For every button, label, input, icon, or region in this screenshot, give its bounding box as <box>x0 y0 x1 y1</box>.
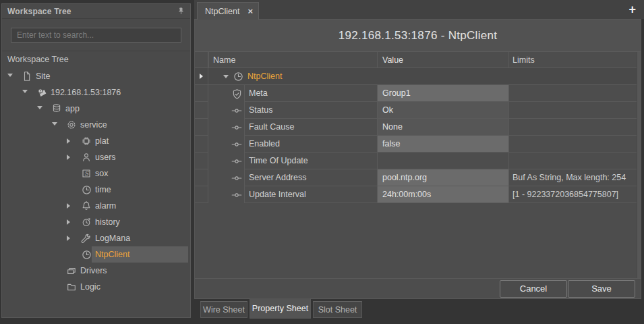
tree-item-192-168-1-53-1876[interactable]: 192.168.1.53:1876 <box>2 84 190 101</box>
tree-item-history[interactable]: history <box>2 214 190 230</box>
collapse-arrow-icon[interactable] <box>7 74 13 77</box>
tree-item-time[interactable]: time <box>2 182 190 198</box>
property-name-cell: Status <box>244 102 377 119</box>
component-value-cell <box>377 68 508 85</box>
property-grid: Name Value Limits NtpClientMetaGroup1Sta… <box>195 52 641 278</box>
component-row-ntpclient: NtpClient <box>195 68 641 85</box>
close-icon[interactable]: × <box>247 7 253 16</box>
component-name-cell: NtpClient <box>208 68 377 85</box>
property-row-fault-cause: Fault CauseNone <box>195 119 641 136</box>
save-button[interactable]: Save <box>568 280 635 298</box>
tree-item-logmana[interactable]: LogMana <box>2 230 190 246</box>
history-icon <box>81 217 92 227</box>
clock-icon <box>81 249 92 260</box>
tree-item-alarm[interactable]: alarm <box>2 198 190 214</box>
property-value-cell[interactable]: pool.ntp.org <box>377 169 508 186</box>
tree-item-label: service <box>80 117 107 133</box>
tree-item-label: Logic <box>80 279 100 295</box>
property-limits-cell <box>508 85 637 102</box>
tree-item-app[interactable]: app <box>2 101 190 117</box>
sox-icon: S <box>81 168 92 179</box>
property-name-cell: Fault Cause <box>244 119 377 136</box>
tree-item-service[interactable]: service <box>2 117 190 133</box>
gear-icon <box>66 119 77 130</box>
expand-arrow-icon[interactable] <box>67 138 70 144</box>
slot-icon <box>231 190 242 200</box>
slot-icon <box>231 139 242 150</box>
property-value-cell[interactable]: false <box>377 136 508 153</box>
slot-icon <box>231 122 242 133</box>
property-value-cell[interactable]: 24h:00m:00s <box>377 186 508 203</box>
property-sheet-panel: 192.168.1.53:1876 - NtpClient Name Value… <box>194 19 641 299</box>
property-row-status: StatusOk <box>195 102 641 119</box>
collapse-arrow-icon[interactable] <box>22 90 28 93</box>
document-tab-strip: NtpClient × + <box>194 0 644 19</box>
expand-arrow-icon[interactable] <box>67 236 70 241</box>
workspace-tree-header: Workspace Tree <box>2 4 190 19</box>
header-gutter <box>195 52 208 68</box>
collapse-arrow-icon[interactable] <box>52 122 57 126</box>
shield-check-icon <box>231 88 242 99</box>
tab-ntpclient[interactable]: NtpClient × <box>197 2 259 20</box>
tree-item-label: 192.168.1.53:1876 <box>51 84 121 101</box>
column-header-value: Value <box>377 52 508 68</box>
collapse-arrow-icon[interactable] <box>223 75 229 78</box>
tree-item-logic[interactable]: Logic <box>2 279 190 295</box>
row-gutter <box>195 119 208 136</box>
row-indent <box>208 169 244 186</box>
expand-arrow-icon[interactable] <box>67 219 70 225</box>
property-row-time-of-update: Time Of Update <box>195 153 641 169</box>
tree-item-label: app <box>65 101 80 117</box>
expand-arrow-icon[interactable] <box>67 155 70 160</box>
property-name-cell: Time Of Update <box>244 153 377 169</box>
tree-item-users[interactable]: users <box>2 149 190 165</box>
component-name-label: NtpClient <box>247 72 282 81</box>
clock-icon <box>81 184 92 195</box>
collapse-arrow-icon[interactable] <box>37 106 42 109</box>
property-limits-cell: Buf As String, Max length: 254 <box>508 169 637 186</box>
expand-arrow-icon[interactable] <box>67 203 70 209</box>
column-header-limits: Limits <box>508 52 637 68</box>
tree-item-ntpclient[interactable]: NtpClient <box>2 246 190 263</box>
row-gutter <box>195 85 208 102</box>
workspace-tree: Site192.168.1.53:1876appserviceplatusers… <box>2 68 190 295</box>
row-indent <box>208 119 244 136</box>
view-tab-wire-sheet[interactable]: Wire Sheet <box>200 301 247 318</box>
property-limits-cell <box>508 136 637 153</box>
tab-label: NtpClient <box>205 7 239 16</box>
tree-item-label: NtpClient <box>95 246 129 263</box>
clock-icon <box>233 71 243 82</box>
property-limits-cell <box>508 153 637 169</box>
view-tab-slot-sheet[interactable]: Slot Sheet <box>313 301 362 318</box>
search-area <box>2 19 190 51</box>
property-row-update-interval: Update Interval24h:00m:00s[1 - 922337203… <box>195 186 641 203</box>
svg-text:S: S <box>84 170 89 177</box>
bell-icon <box>81 200 92 211</box>
tree-item-plat[interactable]: plat <box>2 133 190 149</box>
add-tab-button[interactable]: + <box>628 2 636 17</box>
view-tab-property-sheet[interactable]: Property Sheet <box>250 298 311 319</box>
chip-icon <box>81 136 92 146</box>
search-input[interactable] <box>11 28 181 43</box>
tree-item-drivers[interactable]: Drivers <box>2 263 190 279</box>
tree-item-label: users <box>95 149 116 165</box>
property-value-cell: None <box>377 119 508 136</box>
property-value-cell[interactable]: Group1 <box>377 85 508 102</box>
tree-item-label: Site <box>36 68 51 84</box>
row-gutter[interactable] <box>195 68 208 85</box>
tree-item-label: alarm <box>95 198 116 214</box>
tree-item-sox[interactable]: Ssox <box>2 165 190 182</box>
tree-section-label: Workspace Tree <box>2 51 190 68</box>
row-marker-icon[interactable] <box>200 74 203 79</box>
sheet-footer: Cancel Save <box>195 278 641 298</box>
row-gutter <box>195 136 208 153</box>
slot-icon <box>231 173 242 184</box>
cancel-button[interactable]: Cancel <box>500 280 567 298</box>
tree-item-site[interactable]: Site <box>2 68 190 84</box>
scrollbar[interactable] <box>637 52 641 278</box>
tree-item-label: plat <box>95 133 109 149</box>
row-indent <box>208 153 244 169</box>
property-value-cell <box>377 153 508 169</box>
property-row-enabled: Enabledfalse <box>195 136 641 153</box>
pin-icon[interactable] <box>177 7 185 16</box>
